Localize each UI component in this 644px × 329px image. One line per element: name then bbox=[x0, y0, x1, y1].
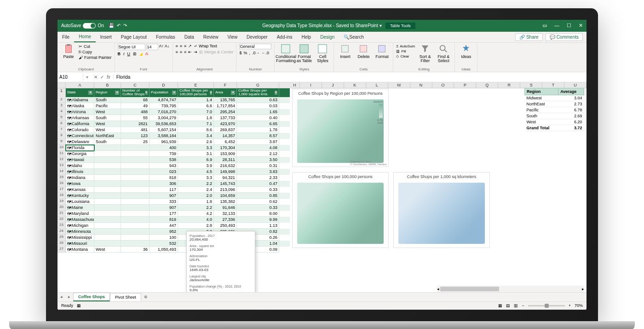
table-header[interactable]: Area▾ bbox=[214, 88, 237, 98]
col-header[interactable]: L bbox=[366, 82, 388, 88]
table-row[interactable]: 23 🗺Michigan 447 2.8 250,493 1.13 bbox=[58, 223, 290, 229]
align-middle-icon[interactable]: ≡ bbox=[180, 44, 182, 48]
decrease-decimal-icon[interactable]: ←.0 bbox=[261, 51, 269, 55]
col-header[interactable]: J bbox=[322, 82, 344, 88]
table-header[interactable]: Coffee Shops per 100,000 persons▾ bbox=[178, 88, 214, 98]
table-header[interactable]: Region▾ bbox=[94, 88, 121, 98]
cut-button[interactable]: ✂ Cut bbox=[79, 44, 112, 49]
table-row[interactable]: 17 🗺Kansas 117 2.4 213,096 0.33 bbox=[58, 187, 290, 193]
table-row[interactable]: 15 🗺Indiana 818 3.3 94,321 2.33 bbox=[58, 175, 290, 181]
view-page-icon[interactable]: ▤ bbox=[506, 303, 510, 308]
number-format-select[interactable] bbox=[239, 44, 271, 49]
new-sheet-icon[interactable]: ⊕ bbox=[141, 294, 150, 299]
col-header[interactable]: M bbox=[388, 82, 410, 88]
percent-icon[interactable]: % bbox=[243, 51, 247, 55]
format-cells-button[interactable]: Format bbox=[374, 44, 390, 59]
col-header[interactable]: U bbox=[564, 82, 586, 88]
tab-developer[interactable]: Developer bbox=[242, 32, 272, 42]
col-header[interactable]: K bbox=[344, 82, 366, 88]
col-header[interactable]: S bbox=[520, 82, 542, 88]
align-left-icon[interactable]: ≡ bbox=[176, 50, 178, 54]
pivot-table[interactable]: RegionAverage Midwest3.04NorthEast2.73Pa… bbox=[524, 88, 584, 131]
copy-button[interactable]: ⎘ Copy bbox=[79, 49, 112, 55]
bold-button[interactable]: B bbox=[118, 52, 121, 56]
comma-icon[interactable]: , bbox=[249, 51, 250, 55]
table-row[interactable]: 22 🗺Massachusetts 819 4.0 27,336 9.99 bbox=[58, 217, 290, 223]
zoom-level[interactable]: 70% bbox=[575, 303, 583, 308]
sheet-tab[interactable]: Pivot Sheet bbox=[110, 293, 141, 301]
col-header[interactable]: F bbox=[214, 82, 237, 88]
indent-increase-icon[interactable]: ⇥ bbox=[194, 50, 197, 54]
search-box[interactable]: 🔍 Search bbox=[339, 32, 368, 42]
orientation-icon[interactable]: ↗ bbox=[188, 44, 192, 48]
sheet-nav-next-icon[interactable]: ▸ bbox=[65, 294, 73, 299]
tab-view[interactable]: View bbox=[223, 32, 242, 42]
border-button[interactable]: ⊞ bbox=[133, 52, 137, 56]
undo-icon[interactable]: ↶ bbox=[117, 23, 121, 28]
wrap-text-button[interactable]: ⤶ Wrap Text bbox=[194, 44, 217, 48]
table-row[interactable]: 4 🗺Arizona West 488 7,016,270 7.0 295,25… bbox=[58, 109, 290, 115]
chart-map-region[interactable]: Coffee Shops by Region per 100,000 Perso… bbox=[292, 89, 389, 167]
table-row[interactable]: 19 🗺Louisiana 333 1.8 135,382 0.62 bbox=[58, 199, 290, 205]
table-header[interactable]: Population▾ bbox=[150, 88, 178, 98]
maximize-icon[interactable]: ☐ bbox=[567, 23, 571, 29]
tab-addins[interactable]: Add-ins bbox=[272, 32, 297, 42]
table-header[interactable]: Number of Coffee Shops▾ bbox=[121, 88, 150, 98]
col-header[interactable]: N bbox=[410, 82, 432, 88]
pivot-row[interactable]: South2.69 bbox=[525, 113, 584, 119]
col-header[interactable]: B bbox=[94, 82, 121, 88]
minimize-icon[interactable]: — bbox=[554, 23, 559, 29]
sheet-tab-active[interactable]: Coffee Shops bbox=[73, 293, 110, 301]
horizontal-scrollbar[interactable]: ◂▸ bbox=[437, 286, 584, 292]
tab-page-layout[interactable]: Page Layout bbox=[116, 32, 151, 42]
zoom-in-icon[interactable]: + bbox=[569, 303, 571, 308]
format-table-button[interactable]: Format as Table bbox=[296, 44, 312, 64]
name-box[interactable] bbox=[58, 74, 83, 81]
table-row[interactable]: 21 🗺Maryland 177 4.2 32,133 8.00 bbox=[58, 211, 290, 217]
cell-styles-button[interactable]: Cell Styles bbox=[314, 44, 331, 64]
tab-help[interactable]: Help bbox=[297, 32, 316, 42]
table-header[interactable]: State▾ bbox=[66, 88, 94, 98]
tab-insert[interactable]: Insert bbox=[96, 32, 116, 42]
col-header[interactable]: O bbox=[432, 82, 454, 88]
table-row[interactable]: 10 🗺Florida 400 3.3 170,304 4.08 bbox=[58, 145, 290, 151]
enter-formula-icon[interactable]: ✓ bbox=[100, 75, 104, 80]
merge-button[interactable]: ⊟ Merge & Center bbox=[199, 50, 233, 54]
find-select-button[interactable]: Find & Select bbox=[435, 44, 452, 64]
align-top-icon[interactable]: ≡ bbox=[176, 44, 178, 48]
table-row[interactable]: 11 🗺Georgia 739 3.1 153,909 2.12 bbox=[58, 151, 290, 157]
pivot-row[interactable]: Pacific6.78 bbox=[525, 107, 584, 113]
name-box-dropdown-icon[interactable]: ▾ bbox=[83, 75, 91, 80]
table-row[interactable]: 3 🗺Alaska Pacific 49 739,795 6.6 1,717,8… bbox=[58, 103, 290, 109]
font-name-input[interactable] bbox=[118, 44, 145, 50]
table-row[interactable]: 20 🗺Maine 907 2.2 91,646 0.33 bbox=[58, 205, 290, 211]
tab-home[interactable]: Home bbox=[74, 32, 96, 42]
sort-filter-button[interactable]: Sort & Filter bbox=[417, 44, 433, 64]
indent-decrease-icon[interactable]: ⇤ bbox=[188, 50, 192, 54]
table-row[interactable]: 2 🗺Alabama South 68 4,874,747 1.4 135,76… bbox=[58, 97, 290, 103]
save-icon[interactable]: 💾 bbox=[109, 23, 114, 28]
ideas-button[interactable]: Ideas bbox=[458, 44, 474, 59]
chart-map-sqkm[interactable]: Coffee Shops per 1,000 sq kilometers bbox=[393, 172, 490, 248]
align-right-icon[interactable]: ≡ bbox=[184, 50, 186, 54]
col-header[interactable]: A bbox=[66, 82, 94, 88]
col-header[interactable]: R bbox=[498, 82, 520, 88]
table-row[interactable]: 14 🗺Illinois 023 4.5 149,998 3.83 bbox=[58, 169, 290, 175]
pivot-row[interactable]: Midwest3.04 bbox=[525, 95, 584, 101]
tab-file[interactable]: File bbox=[58, 32, 74, 42]
col-header[interactable]: Q bbox=[476, 82, 498, 88]
clear-button[interactable]: ◇ Clear bbox=[396, 54, 415, 59]
underline-button[interactable]: U bbox=[127, 52, 131, 56]
col-header[interactable]: C bbox=[121, 82, 150, 88]
share-button[interactable]: 🔗 Share bbox=[515, 33, 543, 41]
col-header[interactable]: G bbox=[237, 82, 279, 88]
insert-cells-button[interactable]: Insert bbox=[337, 44, 353, 59]
table-row[interactable]: 12 🗺Hawaii 538 6.9 28,311 3.50 bbox=[58, 157, 290, 163]
sheet-nav-prev-icon[interactable]: ◂ bbox=[58, 294, 65, 299]
italic-button[interactable]: I bbox=[123, 52, 125, 56]
currency-icon[interactable]: $ bbox=[239, 51, 242, 55]
format-painter-button[interactable]: 🖌 Format Painter bbox=[79, 55, 112, 60]
col-header[interactable]: D bbox=[150, 82, 178, 88]
tab-design[interactable]: Design bbox=[316, 32, 339, 42]
col-header[interactable]: E bbox=[178, 82, 214, 88]
